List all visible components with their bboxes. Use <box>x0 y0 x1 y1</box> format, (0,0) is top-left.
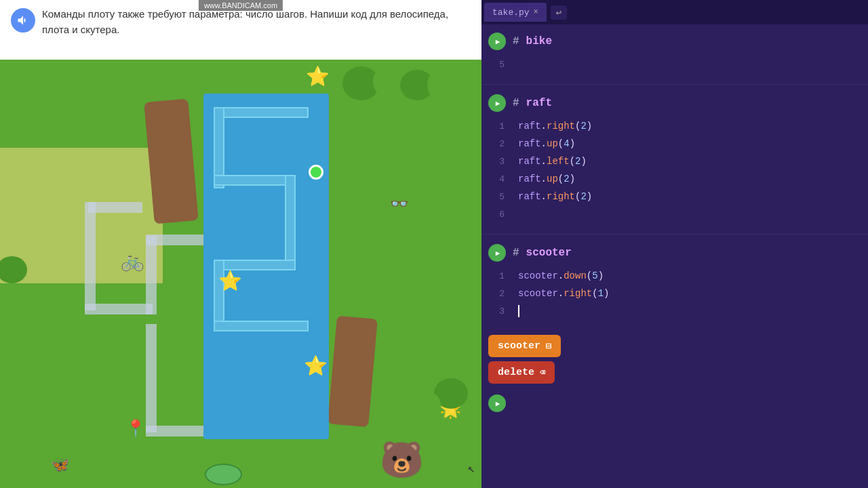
game-panel: www.BANDICAM.com Команды плоту также тре… <box>0 0 481 488</box>
raft-code-5[interactable]: raft.right(2) <box>518 191 592 202</box>
bike-section-name: bike <box>526 35 552 47</box>
bike-play-button[interactable] <box>488 33 506 50</box>
location-pin: 📍 <box>125 419 146 439</box>
raft-comment-hash: # <box>513 97 519 109</box>
raft-code-1[interactable]: raft.right(2) <box>518 121 592 131</box>
tab-close-button[interactable]: × <box>534 7 538 17</box>
scooter-code-1[interactable]: scooter.down(5) <box>518 270 604 281</box>
delete-suggest-icon: ⌫ <box>540 367 545 378</box>
file-tab[interactable]: take.py × <box>484 3 547 22</box>
bike-comment-hash: # <box>513 35 519 47</box>
green-dot <box>309 165 323 180</box>
code-editor-panel: take.py × ↩ # bike 5 # <box>481 0 868 488</box>
scooter-line-2: 2 scooter.right(1) <box>481 285 868 302</box>
scooter-section-header: # scooter <box>481 240 868 266</box>
raft-line-4: 4 raft.up(2) <box>481 170 868 188</box>
raft-line-5: 5 raft.right(2) <box>481 188 868 205</box>
scooter-section-name: scooter <box>526 247 572 259</box>
scooter-comment-hash: # <box>513 247 519 259</box>
speaker-icon[interactable] <box>11 8 35 33</box>
line-number: 2 <box>488 289 505 299</box>
water-area <box>203 94 329 439</box>
line-number: 3 <box>488 157 505 167</box>
line-number: 5 <box>488 60 505 70</box>
scooter-line-1: 1 scooter.down(5) <box>481 267 868 285</box>
delete-suggest-label: delete <box>498 367 534 378</box>
bottom-play-area <box>481 389 868 418</box>
raft-play-button[interactable] <box>488 94 506 112</box>
raft-code-3[interactable]: raft.left(2) <box>518 156 587 167</box>
scooter-suggest-button[interactable]: scooter ⊟ <box>488 335 561 357</box>
delete-suggest-button[interactable]: delete ⌫ <box>488 361 555 384</box>
line-number: 1 <box>488 271 505 281</box>
watermark: www.BANDICAM.com <box>199 0 283 11</box>
raft-section-header: # raft <box>481 90 868 116</box>
green-oval <box>205 464 242 485</box>
raft-code-4[interactable]: raft.up(2) <box>518 174 575 184</box>
bike-code-lines: 5 <box>481 54 868 79</box>
raft-line-1: 1 raft.right(2) <box>481 117 868 135</box>
scooter-line-3: 3 <box>481 302 868 320</box>
tree-8 <box>414 392 441 418</box>
path-h1 <box>88 202 142 213</box>
scooter-section: # scooter 1 scooter.down(5) 2 scooter.ri… <box>481 236 868 329</box>
bike-line-5: 5 <box>481 56 868 73</box>
divider-2 <box>481 234 868 235</box>
purple-character: 👓 <box>390 195 408 214</box>
game-world: ⭐ ⭐ ⭐ 🌟 🚲 📍 👓 🐻 🦋 <box>0 60 481 488</box>
path-v1 <box>85 202 96 310</box>
scooter-play-button[interactable] <box>488 244 506 262</box>
tab-back-button[interactable]: ↩ <box>551 5 567 20</box>
path-h4 <box>146 426 207 436</box>
bike-character: 🚲 <box>121 249 144 272</box>
log-2 <box>328 316 378 428</box>
water-path-right1 <box>285 175 296 270</box>
tab-filename: take.py <box>492 7 530 18</box>
line-number: 4 <box>488 174 505 184</box>
text-cursor <box>518 305 519 317</box>
water-path-top <box>214 107 309 118</box>
star-top: ⭐ <box>306 65 330 88</box>
bike-section-header: # bike <box>481 28 868 54</box>
water-path-mid <box>214 175 295 186</box>
divider-1 <box>481 84 868 85</box>
star-2: ⭐ <box>304 354 328 378</box>
code-area[interactable]: # bike 5 # raft 1 raft.right(2) <box>481 24 868 488</box>
line-number: 1 <box>488 121 505 131</box>
raft-section: # raft 1 raft.right(2) 2 raft.up(4) 3 ra… <box>481 86 868 232</box>
bear-character: 🐻 <box>380 439 424 483</box>
line-number: 5 <box>488 192 505 202</box>
bottom-play-button[interactable] <box>488 394 506 412</box>
path-h2 <box>85 304 153 314</box>
water-path-bottom <box>214 321 309 331</box>
line-number: 3 <box>488 306 505 317</box>
instruction-text: Команды плоту также требуют параметра: ч… <box>42 7 471 37</box>
suggestions-area: scooter ⊟ delete ⌫ <box>481 329 868 389</box>
path-v2 <box>146 236 157 314</box>
raft-code-2[interactable]: raft.up(4) <box>518 138 575 149</box>
bike-section: # bike 5 <box>481 24 868 83</box>
butterfly: 🦋 <box>51 456 69 474</box>
raft-section-name: raft <box>526 97 552 109</box>
line-number: 2 <box>488 139 505 149</box>
tree-6 <box>27 371 64 405</box>
cursor-pointer: ↖ <box>467 461 475 476</box>
path-v3 <box>146 324 157 432</box>
star-1: ⭐ <box>218 270 242 293</box>
raft-line-3: 3 raft.left(2) <box>481 152 868 170</box>
scooter-suggest-icon: ⊟ <box>546 340 551 352</box>
tree-4 <box>427 65 471 104</box>
scooter-code-2[interactable]: scooter.right(1) <box>518 288 609 299</box>
path-h3 <box>146 235 207 245</box>
tab-bar: take.py × ↩ <box>481 0 868 24</box>
water-path-bot <box>214 260 296 270</box>
raft-code-lines: 1 raft.right(2) 2 raft.up(4) 3 raft.left… <box>481 116 868 228</box>
raft-line-6: 6 <box>481 205 868 223</box>
raft-line-2: 2 raft.up(4) <box>481 135 868 152</box>
scooter-code-lines: 1 scooter.down(5) 2 scooter.right(1) 3 <box>481 266 868 325</box>
line-number: 6 <box>488 209 505 220</box>
scooter-suggest-label: scooter <box>498 340 540 352</box>
